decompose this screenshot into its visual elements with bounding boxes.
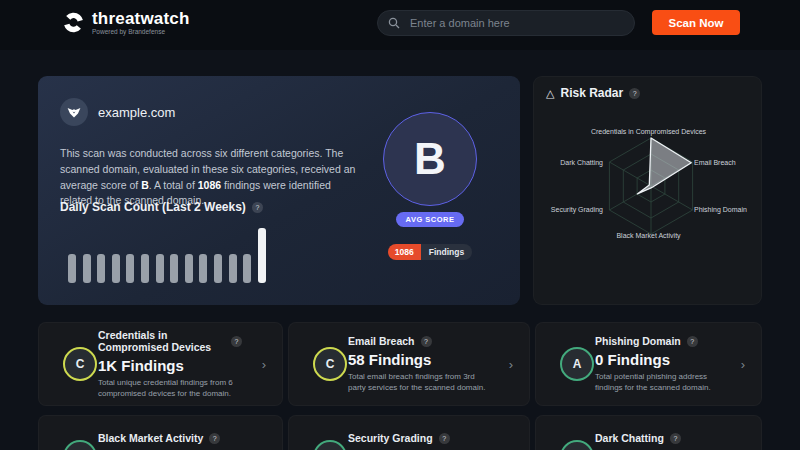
category-card-credentials[interactable]: C Credentials in Compromised Devices ? 1… [38,322,283,406]
help-icon[interactable]: ? [252,202,263,213]
daily-scan-title-row: Daily Scan Count (Last 2 Weeks) ? [60,200,263,214]
category-card-email-breach[interactable]: C Email Breach ? 58 Findings Total email… [288,322,530,406]
scan-count-bar [83,254,91,283]
scan-count-bar [243,254,251,283]
findings-label: Findings [421,244,472,260]
daily-scan-bar-chart [68,227,266,283]
findings-count: 1086 [388,244,421,260]
help-icon[interactable]: ? [670,433,681,444]
radar-axis-black-market: Black Market Activity [534,232,763,239]
category-title: Phishing Domain [595,335,681,348]
chevron-right-icon[interactable]: › [262,357,266,372]
summary-total: 1086 [198,179,221,191]
category-card-dark-chatting[interactable]: A Dark Chatting ? 0 Findings › [535,415,762,450]
top-header: threatwatch Powered by Brandefense Scan … [0,0,800,50]
category-description: Total unique credential findings from 6 … [98,377,246,399]
summary-score: B [141,179,149,191]
scan-count-bar [156,254,164,283]
grade-badge: C [313,347,347,381]
scan-summary-card: example.com This scan was conducted acro… [38,76,520,305]
help-icon[interactable]: ? [231,336,242,347]
radar-axis-phishing-domain: Phishing Domain [694,206,747,213]
chevron-right-icon[interactable]: › [509,357,513,372]
grade-badge: A [313,440,347,450]
category-findings: 0 Findings [595,351,725,368]
brand-logo[interactable]: threatwatch Powered by Brandefense [62,10,190,36]
scan-count-bar [126,254,134,283]
radar-axis-credentials: Credentials in Compromised Devices [534,128,763,135]
category-findings: 58 Findings [348,351,493,368]
radar-axis-dark-chatting: Dark Chatting [560,159,603,166]
scan-count-bar [199,254,207,283]
grade-letter: C [326,357,335,371]
help-icon[interactable]: ? [421,336,432,347]
category-findings: 1K Findings [98,357,246,374]
category-card-body: Security Grading ? 4 Findings [348,432,450,450]
grade-badge: A [63,440,97,450]
scan-count-bar [141,254,149,283]
scan-count-bar [258,228,266,283]
threatwatch-logo-icon [62,11,85,34]
help-icon[interactable]: ? [439,433,450,444]
scan-count-bar [214,254,222,283]
search-icon [388,17,400,29]
category-title: Black Market Activity [98,432,203,445]
grade-badge: A [560,347,594,381]
threatwatch-dashboard: threatwatch Powered by Brandefense Scan … [0,0,800,450]
scan-count-bar [97,254,105,283]
scanned-domain-row: example.com [60,98,175,126]
risk-radar-chart [534,77,763,306]
category-card-body: Email Breach ? 58 Findings Total email b… [348,335,493,393]
scan-count-bar [170,254,178,283]
score-circle: B [383,112,477,206]
average-score-column: B AVG SCORE 1086 Findings [383,112,477,260]
summary-part2: . A total of [149,179,198,191]
category-card-security-grading[interactable]: A Security Grading ? 4 Findings › [288,415,530,450]
category-title: Dark Chatting [595,432,664,445]
category-description: Total email breach findings from 3rd par… [348,371,493,393]
average-score-letter: B [414,134,446,184]
scanned-domain-name: example.com [98,105,175,120]
grade-badge: A [560,440,594,450]
category-card-body: Credentials in Compromised Devices ? 1K … [98,329,246,400]
category-card-body: Black Market Activity ? Data Sale Not Fo… [98,432,245,450]
fox-logo-icon [66,104,82,120]
scan-count-bar [68,254,76,283]
brand-tagline: Powered by Brandefense [92,29,190,36]
category-title: Security Grading [348,432,433,445]
scan-count-bar [229,254,237,283]
scan-count-bar [185,254,193,283]
domain-avatar [60,98,88,126]
category-card-black-market[interactable]: A Black Market Activity ? Data Sale Not … [38,415,283,450]
category-card-body: Dark Chatting ? 0 Findings [595,432,681,450]
avg-score-badge: AVG SCORE [396,212,465,227]
category-card-body: Phishing Domain ? 0 Findings Total poten… [595,335,725,393]
scan-now-button[interactable]: Scan Now [652,10,740,35]
total-findings-badge: 1086 Findings [388,244,472,260]
category-title: Credentials in Compromised Devices [98,329,218,354]
daily-scan-chart-title: Daily Scan Count (Last 2 Weeks) [60,200,246,214]
brand-text: threatwatch Powered by Brandefense [92,10,190,36]
grade-letter: A [573,357,582,371]
help-icon[interactable]: ? [687,336,698,347]
domain-search-box[interactable] [377,10,635,36]
chevron-right-icon[interactable]: › [741,357,745,372]
grade-letter: C [76,357,85,371]
grade-badge: C [63,347,97,381]
scan-count-bar [112,254,120,283]
radar-axis-email-breach: Email Breach [694,159,736,166]
help-icon[interactable]: ? [209,433,220,444]
category-card-phishing-domain[interactable]: A Phishing Domain ? 0 Findings Total pot… [535,322,762,406]
category-title: Email Breach [348,335,415,348]
radar-axis-security-grading: Security Grading [551,206,603,213]
domain-search-input[interactable] [408,16,624,30]
brand-name: threatwatch [92,10,190,27]
risk-radar-card: △ Risk Radar ? Credentials in Compromise… [533,76,762,305]
category-description: Total potential phishing address finding… [595,371,725,393]
